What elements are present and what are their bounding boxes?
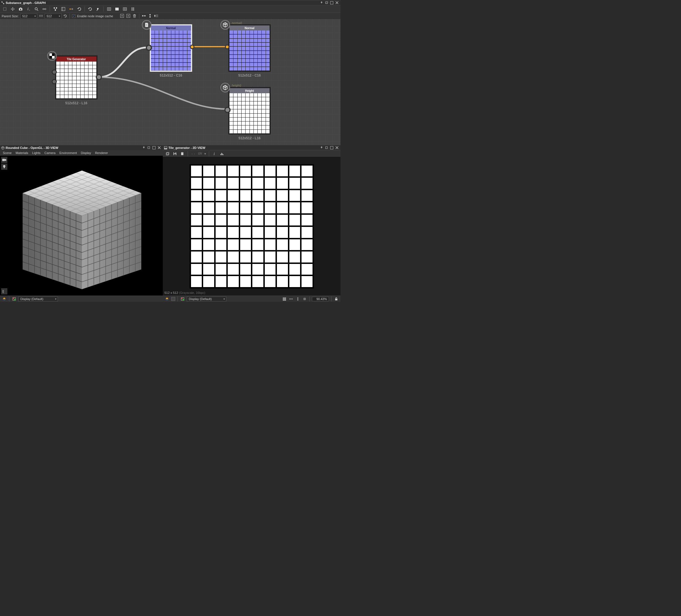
align-v-icon[interactable] [148, 14, 152, 19]
restore-icon[interactable] [324, 145, 329, 150]
panels-icon[interactable] [60, 6, 67, 12]
svg-rect-32 [52, 53, 54, 56]
node-output-normal[interactable]: Normal 512x512 - C16 [228, 24, 271, 77]
pin-icon[interactable] [141, 145, 146, 150]
format-text: (Grayscale, 16bpc) [179, 291, 205, 294]
zoom-icon[interactable] [33, 6, 40, 12]
uv-label[interactable]: UV [198, 152, 202, 155]
menu-environment[interactable]: Environment [59, 151, 77, 155]
align-h-icon[interactable] [142, 14, 146, 19]
layers-color-icon[interactable] [180, 297, 185, 302]
node-info: 512x512 - C16 [150, 74, 192, 77]
input-port[interactable] [52, 79, 57, 84]
svg-rect-97 [13, 298, 14, 299]
clipboard-icon[interactable] [180, 151, 185, 156]
node-output-height[interactable]: Height 512x512 - L16 [228, 87, 271, 140]
hierarchy-icon[interactable] [52, 6, 58, 12]
info-icon[interactable]: i [25, 6, 32, 12]
view2d-toolbar: UV ▾ i [163, 150, 340, 157]
align-icon[interactable] [130, 6, 136, 12]
grid-box-icon[interactable] [122, 6, 128, 12]
menu-display[interactable]: Display [81, 151, 91, 155]
svg-rect-117 [283, 298, 284, 299]
menu-renderer[interactable]: Renderer [95, 151, 108, 155]
texture-preview [190, 164, 314, 288]
save-icon[interactable] [172, 151, 177, 156]
separator [84, 6, 85, 11]
svg-rect-28 [150, 17, 151, 18]
menu-camera[interactable]: Camera [44, 151, 55, 155]
maximize-icon[interactable] [329, 0, 334, 5]
add-frame-icon[interactable] [120, 14, 124, 19]
parent-size-dropdown[interactable]: 512 [20, 14, 37, 19]
wrench-icon[interactable] [95, 6, 101, 12]
layers-icon[interactable] [2, 297, 7, 302]
cube-render [0, 156, 163, 296]
link-chain-icon[interactable] [191, 151, 196, 156]
node-thumbnail [56, 61, 96, 98]
document-badge-icon [142, 20, 151, 30]
node-normal[interactable]: Normal 512x512 - C16 [150, 24, 192, 77]
copy-icon[interactable] [165, 151, 170, 156]
view2d-viewport[interactable]: 512 x 512 (Grayscale, 16bpc) [163, 157, 340, 296]
pin-icon[interactable] [319, 0, 324, 5]
size2-dropdown[interactable]: 512 [45, 14, 61, 19]
display-dropdown[interactable]: Display (Default) [18, 297, 58, 302]
close-icon[interactable] [334, 145, 339, 150]
pixel-icon[interactable] [302, 297, 307, 302]
maximize-icon[interactable] [151, 145, 156, 150]
node-info: 512x512 - C16 [228, 74, 271, 77]
output-port[interactable] [190, 45, 195, 49]
refresh-icon[interactable] [87, 6, 93, 12]
view3d-viewport[interactable] [0, 156, 163, 296]
trash-icon[interactable] [132, 14, 137, 19]
tree-icon[interactable] [1, 288, 7, 294]
move-icon[interactable] [9, 6, 16, 12]
enable-cache-checkbox[interactable]: ✓ [72, 15, 75, 18]
restore-icon[interactable] [324, 0, 329, 5]
lock-icon[interactable] [334, 297, 339, 302]
graph-canvas[interactable]: Tile Generator 512x512 - L16 Norma [0, 19, 340, 145]
reset-icon[interactable] [63, 14, 67, 18]
remove-frame-icon[interactable] [126, 14, 130, 19]
input-port[interactable] [225, 45, 229, 49]
bulb-icon[interactable] [1, 163, 7, 170]
zoom-input[interactable]: 90.43% [312, 297, 329, 301]
separator [187, 151, 188, 156]
input-port[interactable] [146, 45, 152, 51]
close-icon[interactable] [334, 0, 339, 5]
menu-scene[interactable]: Scene [3, 151, 11, 155]
ruler-v-icon[interactable] [295, 297, 300, 302]
video-camera-icon[interactable] [1, 157, 7, 163]
menu-lights[interactable]: Lights [32, 151, 41, 155]
color-swatch[interactable] [171, 297, 175, 301]
grid-icon[interactable] [282, 297, 287, 302]
chevron-down-icon[interactable]: ▾ [204, 152, 206, 156]
layers-icon[interactable] [165, 297, 170, 302]
node-title: Normal [151, 25, 191, 30]
link-icon[interactable] [41, 6, 48, 12]
input-port[interactable] [224, 107, 231, 113]
solid-box-icon[interactable] [114, 6, 120, 12]
camera-icon[interactable] [18, 6, 24, 12]
output-port[interactable] [96, 74, 102, 80]
undo-icon[interactable] [76, 6, 82, 12]
display-dropdown[interactable]: Display (Default) [187, 297, 226, 302]
node-tile-generator[interactable]: Tile Generator 512x512 - L16 [55, 55, 98, 105]
distribute-icon[interactable] [154, 14, 158, 19]
restore-icon[interactable] [146, 145, 151, 150]
input-port[interactable] [52, 70, 57, 75]
timing-box-icon[interactable] [106, 6, 112, 12]
info-icon[interactable]: i [212, 151, 217, 156]
crop-icon[interactable] [2, 6, 8, 12]
graph-panel-title: Substance_graph - GRAPH [6, 1, 319, 4]
connection-icon[interactable] [68, 6, 74, 12]
close-icon[interactable] [156, 145, 161, 150]
ruler-h-icon[interactable] [288, 297, 294, 302]
menu-materials[interactable]: Materials [16, 151, 28, 155]
pin-icon[interactable] [319, 145, 324, 150]
link-sizes-icon[interactable] [39, 14, 43, 18]
layers-color-icon[interactable] [11, 297, 17, 302]
maximize-icon[interactable] [329, 145, 334, 150]
histogram-icon[interactable] [219, 151, 224, 156]
